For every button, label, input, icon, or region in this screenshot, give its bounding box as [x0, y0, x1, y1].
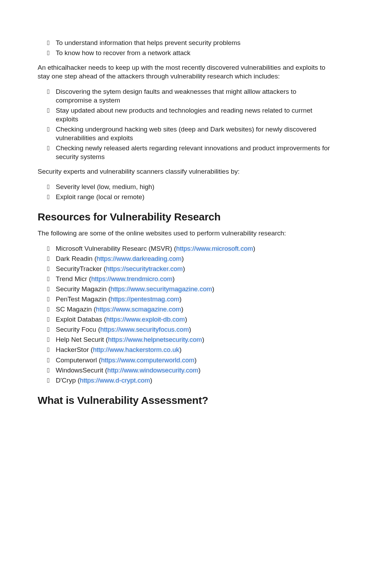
- list-item: Severity level (low, medium, high): [56, 182, 332, 191]
- resource-item: PenTest Magazin (https://pentestmag.com): [56, 295, 332, 303]
- resource-item: WindowsSecurit (http://www.windowsecurit…: [56, 366, 332, 375]
- resource-tail: ): [182, 255, 184, 262]
- resource-item: HackerStor (http://www.hackerstorm.co.uk…: [56, 345, 332, 354]
- resource-tail: ): [181, 306, 183, 313]
- resource-item: Security Magazin (https://www.securityma…: [56, 285, 332, 293]
- resource-item: SC Magazin (https://www.scmagazine.com): [56, 305, 332, 314]
- resource-label: D'Cryp (: [56, 377, 80, 384]
- resources-list: Microsoft Vulnerability Researc (MSVR) (…: [38, 244, 332, 385]
- resource-item: Microsoft Vulnerability Researc (MSVR) (…: [56, 244, 332, 253]
- list-item-text: To understand information that helps pre…: [56, 39, 240, 46]
- resource-item: SecurityTracker (https://securitytracker…: [56, 264, 332, 273]
- classify-list: Severity level (low, medium, high) Explo…: [38, 182, 332, 201]
- list-item: Exploit range (local or remote): [56, 193, 332, 201]
- resource-link[interactable]: https://pentestmag.com: [110, 295, 179, 303]
- list-item-text: Checking newly released alerts regarding…: [56, 144, 330, 160]
- resource-link[interactable]: https://www.securitymagazine.com: [110, 285, 212, 293]
- resource-label: Trend Micr (: [56, 275, 91, 282]
- resource-tail: ): [179, 295, 182, 303]
- resource-link[interactable]: https://www.d-crypt.com: [80, 377, 150, 384]
- resource-link[interactable]: https://www.scmagazine.com: [96, 306, 181, 313]
- list-item: To understand information that helps pre…: [56, 38, 332, 47]
- resource-label: Dark Readin (: [56, 255, 97, 262]
- resource-link[interactable]: https://www.computerworld.com: [101, 356, 194, 364]
- heading-assessment: What is Vulnerability Assessment?: [38, 394, 332, 406]
- resource-tail: ): [198, 367, 200, 374]
- resource-tail: ): [150, 377, 152, 384]
- resource-link[interactable]: https://www.exploit-db.com: [106, 316, 185, 323]
- resource-item: Dark Readin (https://www.darkreading.com…: [56, 254, 332, 263]
- resource-tail: ): [202, 336, 204, 343]
- resource-link[interactable]: http://www.windowsecurity.com: [107, 367, 199, 374]
- paragraph-classify: Security experts and vulnerability scann…: [38, 167, 332, 176]
- list-item-text: Checking underground hacking web sites (…: [56, 126, 316, 142]
- resource-link[interactable]: https://securitytracker.com: [106, 265, 183, 272]
- resource-tail: ): [253, 245, 255, 252]
- resource-link[interactable]: https://www.helpnetsecurity.com: [108, 336, 202, 343]
- resource-tail: ): [183, 265, 185, 272]
- resource-label: HackerStor (: [56, 346, 93, 353]
- list-item: Checking newly released alerts regarding…: [56, 144, 332, 161]
- resource-tail: ): [189, 326, 191, 333]
- resource-item: Help Net Securit (https://www.helpnetsec…: [56, 335, 332, 344]
- resource-tail: ): [179, 346, 182, 353]
- resource-item: Exploit Databas (https://www.exploit-db.…: [56, 315, 332, 324]
- intro-points-list: To understand information that helps pre…: [38, 38, 332, 57]
- list-item-text: Exploit range (local or remote): [56, 193, 145, 201]
- resource-label: Security Focu (: [56, 326, 100, 333]
- resource-label: Help Net Securit (: [56, 336, 108, 343]
- resource-link[interactable]: https://www.microsoft.com: [176, 245, 253, 252]
- list-item-text: To know how to recover from a network at…: [56, 49, 191, 56]
- resource-label: Computerworl (: [56, 356, 101, 364]
- paragraph-ethical-hacker: An ethicalhacker needs to keep up with t…: [38, 63, 332, 81]
- resource-item: Trend Micr (https://www.trendmicro.com): [56, 274, 332, 283]
- resource-item: Security Focu (https://www.securityfocus…: [56, 325, 332, 334]
- resource-item: Computerworl (https://www.computerworld.…: [56, 356, 332, 364]
- resource-label: SecurityTracker (: [56, 265, 106, 272]
- list-item: Checking underground hacking web sites (…: [56, 125, 332, 142]
- research-includes-list: Discovering the sytem design faults and …: [38, 87, 332, 161]
- heading-resources: Resources for Vulnerability Research: [38, 211, 332, 223]
- resource-tail: ): [194, 356, 196, 364]
- list-item-text: Severity level (low, medium, high): [56, 183, 154, 190]
- list-item-text: Discovering the sytem design faults and …: [56, 88, 296, 104]
- paragraph-resources-intro: The following are some of the online web…: [38, 229, 332, 238]
- resource-label: Microsoft Vulnerability Researc (MSVR) (: [56, 245, 176, 252]
- resource-label: Security Magazin (: [56, 285, 110, 293]
- list-item: To know how to recover from a network at…: [56, 48, 332, 57]
- resource-tail: ): [212, 285, 214, 293]
- resource-label: WindowsSecurit (: [56, 367, 107, 374]
- resource-item: D'Cryp (https://www.d-crypt.com): [56, 376, 332, 385]
- list-item-text: Stay updated about new products and tech…: [56, 107, 312, 123]
- list-item: Stay updated about new products and tech…: [56, 106, 332, 123]
- resource-label: SC Magazin (: [56, 306, 96, 313]
- resource-link[interactable]: https://www.darkreading.com: [97, 255, 182, 262]
- resource-label: PenTest Magazin (: [56, 295, 110, 303]
- list-item: Discovering the sytem design faults and …: [56, 87, 332, 105]
- resource-link[interactable]: https://www.securityfocus.com: [100, 326, 189, 333]
- resource-link[interactable]: https://www.trendmicro.com: [91, 275, 172, 282]
- resource-link[interactable]: http://www.hackerstorm.co.uk: [93, 346, 179, 353]
- resource-tail: ): [172, 275, 175, 282]
- resource-tail: ): [185, 316, 187, 323]
- resource-label: Exploit Databas (: [56, 316, 106, 323]
